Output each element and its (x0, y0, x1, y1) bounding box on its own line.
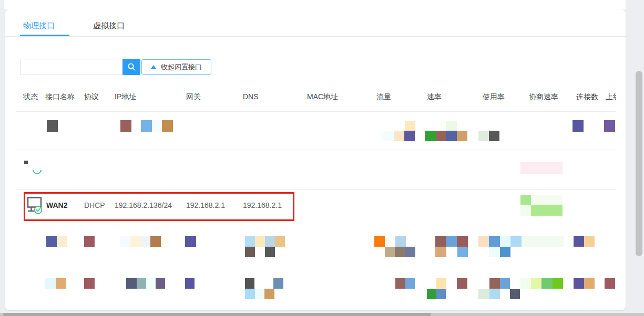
redaction-block (478, 236, 489, 247)
vertical-scrollbar-thumb[interactable] (636, 71, 642, 256)
redaction-block (520, 195, 531, 205)
redaction-block (405, 247, 415, 257)
redaction-block (395, 278, 405, 289)
redaction-block (584, 278, 595, 289)
redaction-block (425, 131, 436, 141)
redaction-block (520, 205, 531, 216)
redaction-block (245, 236, 255, 247)
redaction-block (385, 247, 395, 257)
redaction-block (245, 247, 255, 257)
redaction-block (489, 236, 500, 247)
search-button[interactable] (122, 59, 140, 75)
redaction-block (265, 247, 275, 257)
redaction-block (56, 278, 66, 289)
row-divider (16, 226, 616, 226)
redaction-block (446, 131, 457, 141)
active-tab-underline (20, 35, 69, 36)
row-divider (16, 309, 616, 309)
redaction-block (457, 247, 468, 257)
redaction-block (395, 236, 406, 247)
horizontal-scrollbar-thumb[interactable] (3, 313, 431, 316)
redaction-block (137, 278, 146, 289)
column-header: 使用率 (483, 92, 505, 102)
column-header: 接口名称 (45, 92, 75, 102)
redaction-block (120, 236, 130, 247)
redaction-block (141, 236, 150, 247)
row-divider (16, 150, 616, 150)
redaction-block (161, 236, 169, 247)
redaction-block (446, 236, 457, 247)
redaction-block (395, 247, 405, 257)
redaction-block (510, 236, 522, 247)
redaction-block (489, 289, 500, 299)
table-header-row: 状态接口名称协议IP地址网关DNSMAC地址流量速率使用率协商速率连接数上线时长 (0, 88, 616, 106)
redaction-block (394, 131, 404, 141)
redaction-block (47, 120, 58, 132)
column-header: DNS (243, 92, 259, 101)
redaction-block (245, 278, 254, 289)
redaction-block (510, 289, 520, 299)
redaction-block (264, 289, 274, 299)
redaction-block (435, 247, 446, 257)
tab-virtual-interface[interactable]: 虚拟接口 (93, 15, 125, 37)
redaction-block (84, 278, 95, 289)
column-header: 上线时长 (606, 92, 616, 102)
redaction-block (574, 236, 584, 247)
ethernet-interface-icon (26, 195, 44, 215)
caret-up-icon (151, 65, 156, 69)
column-header: IP地址 (115, 92, 136, 102)
redaction-block (500, 278, 510, 289)
redaction-block (146, 278, 156, 289)
redaction-block (255, 236, 265, 247)
redaction-block (541, 278, 553, 289)
redaction-block (522, 236, 564, 247)
column-header: 网关 (186, 92, 201, 102)
redaction-block (45, 278, 56, 289)
redaction-block (457, 278, 467, 289)
redaction-block (520, 162, 563, 174)
redaction-block (489, 278, 500, 289)
redaction-block (404, 131, 415, 141)
ip-address-cell: 192.168.2.136/24 (115, 201, 172, 209)
redaction-block (405, 121, 415, 131)
row-divider (16, 268, 616, 268)
redaction-block (383, 131, 394, 141)
redaction-block (436, 289, 446, 299)
redaction-block (436, 131, 446, 141)
redaction-block (531, 278, 541, 289)
column-header: 流量 (376, 92, 391, 102)
redaction-block (84, 236, 95, 247)
tab-physical-interface[interactable]: 物理接口 (23, 15, 55, 37)
redaction-block (185, 236, 196, 247)
redaction-block (500, 236, 510, 247)
redaction-block (500, 247, 510, 257)
interfaces-card (5, 9, 626, 310)
redaction-block (150, 236, 161, 247)
redaction-block (130, 236, 141, 247)
redaction-block (245, 289, 255, 299)
gateway-cell: 192.168.2.1 (186, 201, 225, 209)
collapse-idle-button[interactable]: 收起闲置接口 (141, 59, 211, 75)
tab-virtual-label: 虚拟接口 (93, 21, 125, 31)
interface-name-cell[interactable]: WAN2 (46, 201, 67, 209)
redaction-block (126, 278, 137, 289)
redaction-block (427, 289, 436, 299)
redaction-block (436, 278, 446, 289)
status-icon-remnant (33, 170, 42, 175)
tab-physical-label: 物理接口 (23, 21, 55, 31)
redaction-block (46, 236, 57, 247)
redaction-block (573, 120, 584, 132)
redaction-block (156, 278, 165, 289)
redaction-block (584, 236, 595, 247)
redaction-block (553, 278, 563, 289)
column-header: 连接数 (576, 92, 598, 102)
row-divider (16, 111, 616, 112)
redaction-block (531, 205, 563, 216)
redaction-block (265, 236, 275, 247)
search-input[interactable] (20, 59, 122, 75)
dns-cell: 192.168.2.1 (243, 201, 282, 209)
redaction-block (478, 289, 489, 299)
top-strip (4, 0, 626, 9)
redaction-block (604, 120, 615, 132)
redaction-block (531, 195, 563, 205)
